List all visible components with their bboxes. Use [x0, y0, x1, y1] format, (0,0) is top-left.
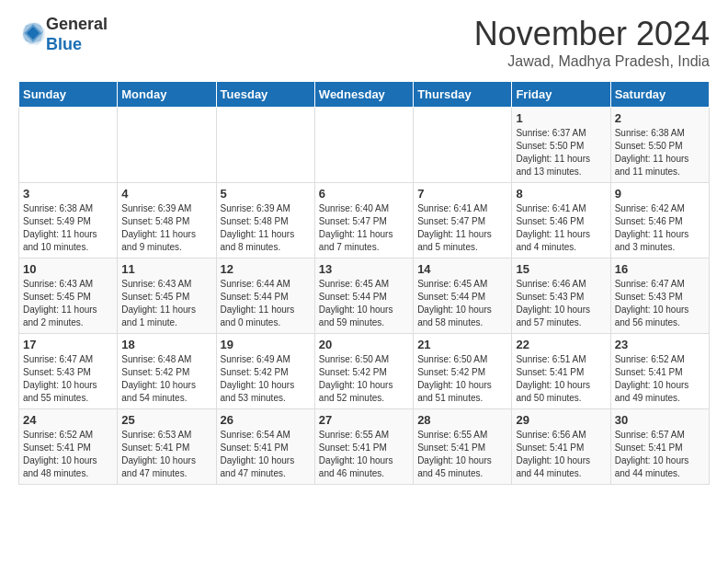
day-cell: 3Sunrise: 6:38 AM Sunset: 5:49 PM Daylig…: [19, 183, 118, 259]
day-info: Sunrise: 6:37 AM Sunset: 5:50 PM Dayligh…: [516, 127, 606, 178]
day-number: 15: [516, 262, 606, 276]
title-block: November 2024 Jawad, Madhya Pradesh, Ind…: [474, 15, 710, 70]
day-number: 12: [221, 262, 311, 276]
day-cell: [314, 108, 413, 183]
header-cell-saturday: Saturday: [610, 82, 709, 108]
day-info: Sunrise: 6:44 AM Sunset: 5:44 PM Dayligh…: [221, 278, 311, 329]
day-info: Sunrise: 6:41 AM Sunset: 5:47 PM Dayligh…: [417, 202, 507, 254]
header-cell-tuesday: Tuesday: [216, 82, 314, 108]
day-number: 2: [615, 111, 705, 125]
day-cell: 25Sunrise: 6:53 AM Sunset: 5:41 PM Dayli…: [118, 409, 216, 485]
day-number: 27: [319, 413, 409, 427]
day-cell: 15Sunrise: 6:46 AM Sunset: 5:43 PM Dayli…: [512, 259, 610, 334]
day-info: Sunrise: 6:54 AM Sunset: 5:41 PM Dayligh…: [221, 429, 311, 480]
day-info: Sunrise: 6:55 AM Sunset: 5:41 PM Dayligh…: [417, 429, 507, 480]
day-info: Sunrise: 6:45 AM Sunset: 5:44 PM Dayligh…: [319, 278, 409, 329]
day-cell: 21Sunrise: 6:50 AM Sunset: 5:42 PM Dayli…: [414, 334, 512, 409]
day-number: 18: [121, 338, 211, 351]
day-cell: 4Sunrise: 6:39 AM Sunset: 5:48 PM Daylig…: [118, 183, 216, 259]
day-number: 25: [121, 413, 211, 427]
week-row-3: 10Sunrise: 6:43 AM Sunset: 5:45 PM Dayli…: [19, 259, 710, 334]
day-number: 3: [23, 187, 113, 201]
day-cell: 9Sunrise: 6:42 AM Sunset: 5:46 PM Daylig…: [610, 183, 709, 259]
day-info: Sunrise: 6:57 AM Sunset: 5:41 PM Dayligh…: [615, 429, 705, 480]
day-number: 16: [615, 262, 705, 276]
day-info: Sunrise: 6:50 AM Sunset: 5:42 PM Dayligh…: [417, 353, 507, 405]
header-cell-sunday: Sunday: [19, 82, 118, 108]
logo-icon: [20, 20, 46, 46]
day-info: Sunrise: 6:41 AM Sunset: 5:46 PM Dayligh…: [516, 202, 606, 254]
day-cell: 23Sunrise: 6:52 AM Sunset: 5:41 PM Dayli…: [610, 334, 709, 409]
week-row-4: 17Sunrise: 6:47 AM Sunset: 5:43 PM Dayli…: [19, 334, 710, 409]
header-cell-thursday: Thursday: [414, 82, 512, 108]
day-info: Sunrise: 6:52 AM Sunset: 5:41 PM Dayligh…: [23, 429, 113, 480]
location: Jawad, Madhya Pradesh, India: [474, 53, 710, 70]
logo: General Blue: [18, 15, 108, 54]
day-cell: 7Sunrise: 6:41 AM Sunset: 5:47 PM Daylig…: [414, 183, 512, 259]
day-info: Sunrise: 6:40 AM Sunset: 5:47 PM Dayligh…: [319, 202, 409, 254]
calendar-body: 1Sunrise: 6:37 AM Sunset: 5:50 PM Daylig…: [19, 108, 710, 485]
day-info: Sunrise: 6:43 AM Sunset: 5:45 PM Dayligh…: [23, 278, 113, 329]
day-number: 28: [417, 413, 507, 427]
day-cell: 8Sunrise: 6:41 AM Sunset: 5:46 PM Daylig…: [512, 183, 610, 259]
day-number: 8: [516, 187, 606, 201]
day-number: 5: [221, 187, 311, 201]
day-cell: 5Sunrise: 6:39 AM Sunset: 5:48 PM Daylig…: [216, 183, 314, 259]
week-row-1: 1Sunrise: 6:37 AM Sunset: 5:50 PM Daylig…: [19, 108, 710, 183]
day-number: 11: [121, 262, 211, 276]
calendar-header: SundayMondayTuesdayWednesdayThursdayFrid…: [19, 82, 710, 108]
day-info: Sunrise: 6:56 AM Sunset: 5:41 PM Dayligh…: [516, 429, 606, 480]
day-cell: 29Sunrise: 6:56 AM Sunset: 5:41 PM Dayli…: [512, 409, 610, 485]
day-number: 9: [615, 187, 705, 201]
day-cell: 22Sunrise: 6:51 AM Sunset: 5:41 PM Dayli…: [512, 334, 610, 409]
page: General Blue November 2024 Jawad, Madhya…: [0, 0, 728, 500]
day-number: 24: [23, 413, 113, 427]
day-cell: [414, 108, 512, 183]
day-cell: 17Sunrise: 6:47 AM Sunset: 5:43 PM Dayli…: [19, 334, 118, 409]
logo-text: General Blue: [46, 15, 108, 54]
day-info: Sunrise: 6:43 AM Sunset: 5:45 PM Dayligh…: [121, 278, 211, 329]
week-row-2: 3Sunrise: 6:38 AM Sunset: 5:49 PM Daylig…: [19, 183, 710, 259]
day-cell: [19, 108, 118, 183]
day-cell: 12Sunrise: 6:44 AM Sunset: 5:44 PM Dayli…: [216, 259, 314, 334]
day-cell: 13Sunrise: 6:45 AM Sunset: 5:44 PM Dayli…: [314, 259, 413, 334]
day-cell: 18Sunrise: 6:48 AM Sunset: 5:42 PM Dayli…: [118, 334, 216, 409]
day-cell: 11Sunrise: 6:43 AM Sunset: 5:45 PM Dayli…: [118, 259, 216, 334]
day-cell: 20Sunrise: 6:50 AM Sunset: 5:42 PM Dayli…: [314, 334, 413, 409]
day-cell: 27Sunrise: 6:55 AM Sunset: 5:41 PM Dayli…: [314, 409, 413, 485]
day-cell: 6Sunrise: 6:40 AM Sunset: 5:47 PM Daylig…: [314, 183, 413, 259]
week-row-5: 24Sunrise: 6:52 AM Sunset: 5:41 PM Dayli…: [19, 409, 710, 485]
month-title: November 2024: [474, 15, 710, 53]
day-cell: [216, 108, 314, 183]
day-cell: 19Sunrise: 6:49 AM Sunset: 5:42 PM Dayli…: [216, 334, 314, 409]
day-info: Sunrise: 6:47 AM Sunset: 5:43 PM Dayligh…: [23, 353, 113, 405]
day-number: 21: [417, 338, 507, 351]
day-cell: 28Sunrise: 6:55 AM Sunset: 5:41 PM Dayli…: [414, 409, 512, 485]
day-number: 29: [516, 413, 606, 427]
day-cell: 30Sunrise: 6:57 AM Sunset: 5:41 PM Dayli…: [610, 409, 709, 485]
header-cell-friday: Friday: [512, 82, 610, 108]
day-info: Sunrise: 6:38 AM Sunset: 5:49 PM Dayligh…: [23, 202, 113, 254]
day-info: Sunrise: 6:39 AM Sunset: 5:48 PM Dayligh…: [221, 202, 311, 254]
day-cell: 26Sunrise: 6:54 AM Sunset: 5:41 PM Dayli…: [216, 409, 314, 485]
header-row: SundayMondayTuesdayWednesdayThursdayFrid…: [19, 82, 710, 108]
day-number: 14: [417, 262, 507, 276]
day-info: Sunrise: 6:46 AM Sunset: 5:43 PM Dayligh…: [516, 278, 606, 329]
day-info: Sunrise: 6:42 AM Sunset: 5:46 PM Dayligh…: [615, 202, 705, 254]
day-info: Sunrise: 6:53 AM Sunset: 5:41 PM Dayligh…: [121, 429, 211, 480]
day-info: Sunrise: 6:38 AM Sunset: 5:50 PM Dayligh…: [615, 127, 705, 178]
day-cell: 24Sunrise: 6:52 AM Sunset: 5:41 PM Dayli…: [19, 409, 118, 485]
day-number: 20: [319, 338, 409, 351]
day-number: 22: [516, 338, 606, 351]
day-info: Sunrise: 6:52 AM Sunset: 5:41 PM Dayligh…: [615, 353, 705, 405]
day-number: 13: [319, 262, 409, 276]
day-info: Sunrise: 6:49 AM Sunset: 5:42 PM Dayligh…: [221, 353, 311, 405]
day-cell: 2Sunrise: 6:38 AM Sunset: 5:50 PM Daylig…: [610, 108, 709, 183]
day-cell: 16Sunrise: 6:47 AM Sunset: 5:43 PM Dayli…: [610, 259, 709, 334]
day-number: 7: [417, 187, 507, 201]
day-number: 26: [221, 413, 311, 427]
day-number: 30: [615, 413, 705, 427]
header-cell-monday: Monday: [118, 82, 216, 108]
day-number: 23: [615, 338, 705, 351]
day-info: Sunrise: 6:45 AM Sunset: 5:44 PM Dayligh…: [417, 278, 507, 329]
